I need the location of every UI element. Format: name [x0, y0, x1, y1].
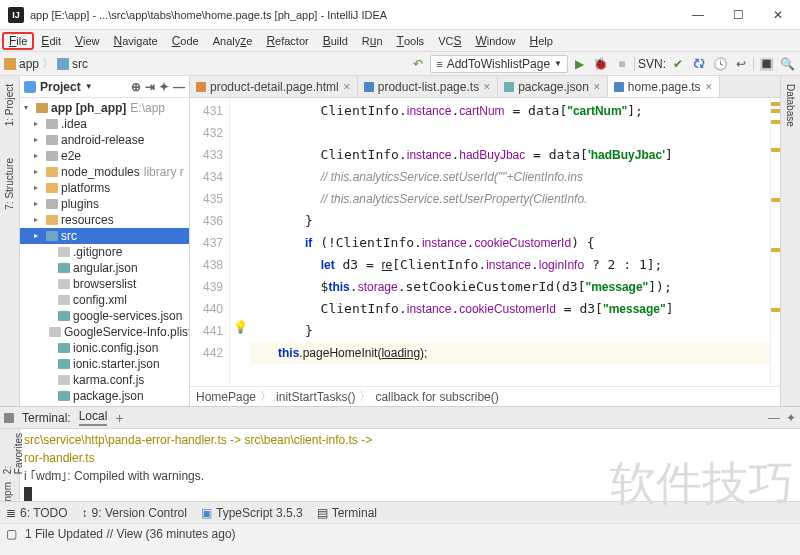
tree-row[interactable]: browserslist: [20, 276, 189, 292]
run-button[interactable]: ▶: [571, 55, 589, 73]
menu-file[interactable]: File: [2, 32, 34, 50]
project-tree[interactable]: ▾ app [ph_app] E:\app ▸.idea▸android-rel…: [20, 98, 189, 406]
terminal-minimize-icon[interactable]: —: [768, 411, 780, 425]
tree-row[interactable]: ▸android-release: [20, 132, 189, 148]
toolbar-icon-1[interactable]: 🔳: [757, 55, 775, 73]
crumb-3[interactable]: callback for subscribe(): [375, 390, 498, 404]
vcs-history-icon[interactable]: 🕓: [711, 55, 729, 73]
tree-row[interactable]: ▸.idea: [20, 116, 189, 132]
run-config-dropdown[interactable]: ≡ AddToWishlistPage ▼: [430, 55, 568, 73]
statusbar-disclosure-icon[interactable]: ▢: [6, 527, 17, 541]
tree-row[interactable]: google-services.json: [20, 308, 189, 324]
menu-help[interactable]: Help: [523, 32, 560, 50]
menu-build[interactable]: Build: [316, 32, 355, 50]
breadcrumb-project[interactable]: app: [19, 57, 39, 71]
vcs-update-icon[interactable]: 🗘: [690, 55, 708, 73]
stop-button[interactable]: ■: [613, 55, 631, 73]
tree-label: resources: [61, 212, 114, 228]
tree-row[interactable]: package.json: [20, 388, 189, 404]
tree-row[interactable]: ionic.starter.json: [20, 356, 189, 372]
menu-window[interactable]: Window: [468, 32, 522, 50]
menu-navigate[interactable]: Navigate: [107, 32, 165, 50]
step-back-icon[interactable]: ↶: [409, 55, 427, 73]
editor-tab[interactable]: package.json✕: [498, 76, 608, 97]
vcs-check-icon[interactable]: ✔: [669, 55, 687, 73]
tree-row[interactable]: karma.conf.js: [20, 372, 189, 388]
editor-tab[interactable]: product-list.page.ts✕: [358, 76, 498, 97]
menu-edit[interactable]: Edit: [34, 32, 68, 50]
tree-label: ionic.starter.json: [73, 356, 160, 372]
crumb-2[interactable]: initStartTasks(): [276, 390, 355, 404]
hide-panel-icon[interactable]: —: [173, 80, 185, 94]
debug-button[interactable]: 🐞: [592, 55, 610, 73]
tree-label: karma.conf.js: [73, 372, 144, 388]
tree-root[interactable]: ▾ app [ph_app] E:\app: [20, 100, 189, 116]
menu-run[interactable]: Run: [355, 32, 390, 50]
close-tab-icon[interactable]: ✕: [483, 82, 491, 92]
search-everywhere-icon[interactable]: 🔍: [778, 55, 796, 73]
menu-refactor[interactable]: Refactor: [259, 32, 315, 50]
settings-dropdown-icon[interactable]: ✦: [159, 80, 169, 94]
tree-row[interactable]: .gitignore: [20, 244, 189, 260]
terminal-tab-local[interactable]: Local: [79, 409, 108, 426]
intention-bulb-icon[interactable]: 💡: [233, 320, 248, 334]
toolstrip-npm[interactable]: npm: [0, 478, 19, 505]
toolstrip-structure[interactable]: 7: Structure: [2, 154, 17, 214]
tree-row[interactable]: ▸e2e: [20, 148, 189, 164]
project-folder-icon: [4, 58, 16, 70]
error-stripe[interactable]: [770, 98, 780, 386]
menu-tools[interactable]: Tools: [390, 32, 432, 50]
close-tab-icon[interactable]: ✕: [343, 82, 351, 92]
tree-row[interactable]: ionic.config.json: [20, 340, 189, 356]
tree-row-src[interactable]: ▸ src: [20, 228, 189, 244]
menu-code[interactable]: Code: [165, 32, 206, 50]
menu-analyze[interactable]: Analyze: [206, 32, 260, 50]
maximize-button[interactable]: ☐: [718, 0, 758, 30]
terminal-settings-icon[interactable]: ✦: [786, 411, 796, 425]
project-panel-header[interactable]: Project ▼ ⊕ ⇥ ✦ —: [20, 76, 189, 98]
tree-row[interactable]: ▸resources: [20, 212, 189, 228]
toolstrip-favorites[interactable]: 2: Favorites: [0, 429, 19, 478]
filetype-icon: [614, 82, 624, 92]
toolstrip-project[interactable]: 1: Project: [2, 80, 17, 130]
editor-tab[interactable]: product-detail.page.html✕: [190, 76, 358, 97]
close-tab-icon[interactable]: ✕: [705, 82, 713, 92]
close-tab-icon[interactable]: ✕: [593, 82, 601, 92]
filetype-icon: [364, 82, 374, 92]
menu-vcs[interactable]: VCS: [431, 32, 468, 50]
tree-label: ionic.config.json: [73, 340, 158, 356]
collapse-all-icon[interactable]: ⇥: [145, 80, 155, 94]
tree-row[interactable]: package-lock.json: [20, 404, 189, 406]
vcs-revert-icon[interactable]: ↩: [732, 55, 750, 73]
close-button[interactable]: ✕: [758, 0, 798, 30]
chevron-right-icon: 〉: [260, 388, 272, 405]
tree-label: angular.json: [73, 260, 138, 276]
select-opened-icon[interactable]: ⊕: [131, 80, 141, 94]
tree-row[interactable]: ▸node_moduleslibrary r: [20, 164, 189, 180]
toolwindow-typescript[interactable]: ▣ TypeScript 3.5.3: [201, 506, 303, 520]
toolwindow-todo[interactable]: ≣ 6: TODO: [6, 506, 68, 520]
terminal-output[interactable]: src\service\http\panda-error-handler.ts …: [20, 429, 800, 501]
tree-row[interactable]: angular.json: [20, 260, 189, 276]
tab-label: home.page.ts: [628, 80, 701, 94]
app-icon: IJ: [8, 7, 24, 23]
code-area[interactable]: ClientInfo.instance.cartNum = data["cart…: [250, 98, 770, 386]
menu-view[interactable]: View: [68, 32, 107, 50]
tree-label: package.json: [73, 388, 144, 404]
toolwindow-terminal[interactable]: ▤ Terminal: [317, 506, 377, 520]
breadcrumb-src[interactable]: src: [72, 57, 88, 71]
editor-tab[interactable]: home.page.ts✕: [608, 76, 720, 98]
minimize-button[interactable]: —: [678, 0, 718, 30]
tree-row[interactable]: ▸platforms: [20, 180, 189, 196]
window-title: app [E:\app] - ...\src\app\tabs\home\hom…: [30, 9, 678, 21]
tree-row[interactable]: GoogleService-Info.plist: [20, 324, 189, 340]
editor-pane: product-detail.page.html✕product-list.pa…: [190, 76, 780, 406]
crumb-1[interactable]: HomePage: [196, 390, 256, 404]
toolstrip-database[interactable]: Database: [783, 80, 798, 131]
tree-row[interactable]: ▸plugins: [20, 196, 189, 212]
tree-row[interactable]: config.xml: [20, 292, 189, 308]
toolwindow-vcs[interactable]: ↕ 9: Version Control: [82, 506, 187, 520]
terminal-new-tab-button[interactable]: +: [115, 410, 123, 426]
project-view-dropdown[interactable]: ▼: [85, 82, 93, 91]
run-config-label: AddToWishlistPage: [447, 57, 550, 71]
